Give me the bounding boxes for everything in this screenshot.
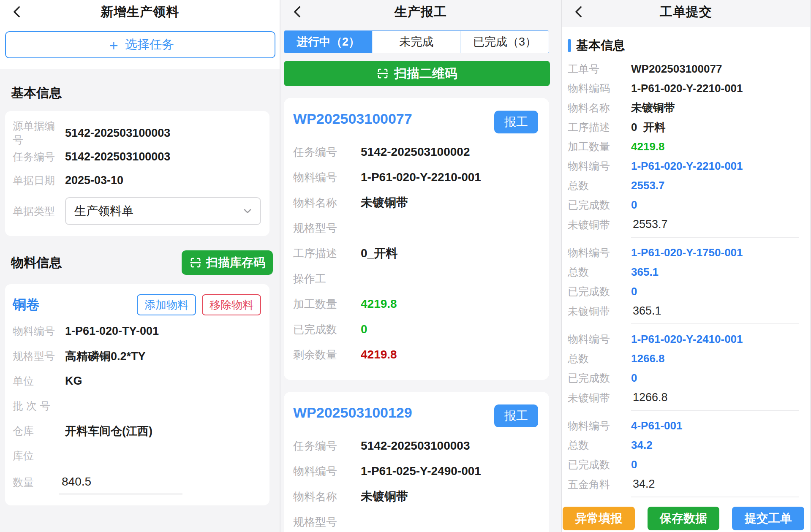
- block-done: 已完成数 0: [568, 282, 799, 301]
- block-total: 总数 1266.8: [568, 349, 799, 368]
- status-tabs: 进行中（2） 未完成 已完成（3）: [284, 30, 549, 53]
- plus-icon: ＋: [106, 38, 121, 52]
- field-row-material-code: 物料编码 1-P61-020-Y-2210-001: [568, 79, 799, 98]
- field-label: 总数: [568, 352, 631, 366]
- back-icon[interactable]: [10, 5, 24, 19]
- doc-type-select[interactable]: 生产领料单: [65, 197, 261, 225]
- tab-completed[interactable]: 已完成（3）: [460, 31, 549, 53]
- field-label: 物料编号: [568, 159, 631, 173]
- material-title: 铜卷: [13, 296, 40, 314]
- field-label: 物料名称: [568, 101, 631, 115]
- scan-icon: [189, 256, 202, 269]
- work-order-link[interactable]: WP202503100129: [293, 404, 412, 421]
- block-done: 已完成数 0: [568, 455, 799, 474]
- block-qty-input-row: 未镀铜带 2553.7: [568, 218, 799, 238]
- report-work-button[interactable]: 报工: [494, 404, 538, 427]
- middle-header-bar: 生产报工: [280, 0, 561, 24]
- block-qty-input-row: 未镀铜带 365.1: [568, 304, 799, 324]
- work-order-link[interactable]: WP202503100077: [293, 111, 412, 127]
- block-total: 总数 34.2: [568, 435, 799, 455]
- field-row-unit: 单位 KG: [13, 369, 261, 394]
- quantity-input[interactable]: 840.5: [59, 475, 182, 494]
- field-row-material-name: 物料名称 未镀铜带: [293, 484, 538, 509]
- field-value: KG: [65, 375, 82, 388]
- work-order-head: WP202503100129 报工: [293, 404, 538, 427]
- field-label: 工序描述: [293, 246, 361, 261]
- field-value: WP202503100077: [631, 62, 722, 76]
- select-task-label: 选择任务: [125, 36, 174, 53]
- scan-qr-button[interactable]: 扫描二维码: [284, 61, 550, 86]
- back-icon[interactable]: [572, 5, 586, 19]
- report-work-button[interactable]: 报工: [494, 111, 538, 133]
- field-label: 任务编号: [13, 150, 65, 164]
- scan-qr-label: 扫描二维码: [394, 65, 457, 82]
- field-label: 库位: [13, 449, 65, 463]
- work-order-card: WP202503100077 报工 任务编号 5142-202503100002…: [284, 98, 549, 380]
- field-value: 34.2: [631, 439, 653, 452]
- field-value: 未镀铜带: [361, 195, 408, 211]
- block-total: 总数 2553.7: [568, 176, 799, 195]
- field-row-process-qty: 加工数量 4219.8: [293, 291, 538, 317]
- field-value: 365.1: [631, 266, 659, 279]
- chevron-down-icon: [242, 205, 253, 217]
- qty-input[interactable]: 34.2: [631, 478, 799, 497]
- field-value: 4219.8: [361, 348, 397, 361]
- remove-material-button[interactable]: 移除物料: [202, 294, 261, 315]
- block-total: 总数 365.1: [568, 262, 799, 282]
- material-code-link[interactable]: 1-P61-020-Y-1750-001: [631, 246, 743, 259]
- field-row-task-no: 任务编号 5142-202503100002: [293, 139, 538, 165]
- field-value: 1266.8: [631, 352, 665, 365]
- qty-input[interactable]: 2553.7: [631, 218, 799, 238]
- field-row-task-no: 任务编号 5142-202503100003: [13, 145, 261, 168]
- field-row-process-desc: 工序描述 0_开料: [568, 117, 799, 137]
- field-label: 已完成数: [568, 458, 631, 472]
- tab-unfinished[interactable]: 未完成: [372, 31, 460, 53]
- field-row-bin: 库位: [13, 443, 261, 468]
- submit-footer: 异常填报 保存数据 提交工单: [562, 505, 810, 532]
- field-label: 单据日期: [13, 174, 65, 187]
- material-code-link[interactable]: 1-P61-020-Y-2210-001: [631, 160, 743, 173]
- material-code-link[interactable]: 4-P61-001: [631, 419, 682, 432]
- field-row-operator: 操作工: [293, 266, 538, 291]
- left-header-area: 新增生产领料 ＋ 选择任务: [0, 0, 280, 69]
- field-label: 未镀铜带: [568, 218, 631, 238]
- select-task-button[interactable]: ＋ 选择任务: [5, 31, 275, 58]
- material-code-link[interactable]: 1-P61-020-Y-2410-001: [631, 333, 743, 346]
- block-qty-input-row: 五金角料 34.2: [568, 478, 799, 497]
- submit-order-button[interactable]: 提交工单: [732, 507, 804, 530]
- section-basic-info: 基本信息: [11, 84, 280, 102]
- field-row-order-no: 工单号 WP202503100077: [568, 59, 799, 79]
- qty-input[interactable]: 1266.8: [631, 391, 799, 411]
- field-label: 五金角料: [568, 478, 631, 497]
- scan-inventory-button[interactable]: 扫描库存码: [182, 250, 273, 275]
- block-material-no: 物料编号 4-P61-001: [568, 416, 799, 435]
- field-value: 0_开料: [361, 245, 397, 261]
- field-row-spec: 规格型号: [293, 509, 538, 532]
- field-row-task-no: 任务编号 5142-202503100003: [293, 433, 538, 459]
- field-row-source-no: 源单据编号 5142-202503100003: [13, 121, 261, 145]
- field-value: 2025-03-10: [65, 174, 123, 187]
- field-label: 加工数量: [568, 140, 631, 154]
- tab-in-progress[interactable]: 进行中（2）: [284, 31, 372, 53]
- field-label: 剩余数量: [293, 347, 361, 362]
- block-material-no: 物料编号 1-P61-020-Y-2410-001: [568, 329, 799, 349]
- field-value: 高精磷铜0.2*TY: [65, 349, 146, 364]
- field-value: 5142-202503100003: [65, 150, 170, 163]
- report-exception-button[interactable]: 异常填报: [563, 507, 635, 530]
- field-label: 任务编号: [293, 145, 361, 160]
- back-icon[interactable]: [291, 5, 305, 19]
- field-value: 未镀铜带: [631, 100, 675, 115]
- app: 新增生产领料 ＋ 选择任务 基本信息 源单据编号 5142-2025031000…: [0, 0, 811, 532]
- qty-input[interactable]: 365.1: [631, 304, 799, 324]
- field-label: 源单据编号: [13, 119, 65, 147]
- field-row-material-no: 物料编号 1-P61-020-TY-001: [13, 319, 261, 344]
- field-value: 0_开料: [631, 120, 665, 135]
- right-header-bar: 工单提交: [562, 0, 810, 24]
- field-label: 规格型号: [13, 349, 65, 363]
- add-material-button[interactable]: 添加物料: [137, 294, 196, 315]
- field-row-quantity: 数量 840.5: [13, 475, 261, 494]
- field-value: 0: [631, 372, 637, 385]
- save-data-button[interactable]: 保存数据: [648, 507, 720, 530]
- material-card-head: 铜卷 添加物料 移除物料: [13, 294, 261, 315]
- page-title: 工单提交: [660, 3, 712, 21]
